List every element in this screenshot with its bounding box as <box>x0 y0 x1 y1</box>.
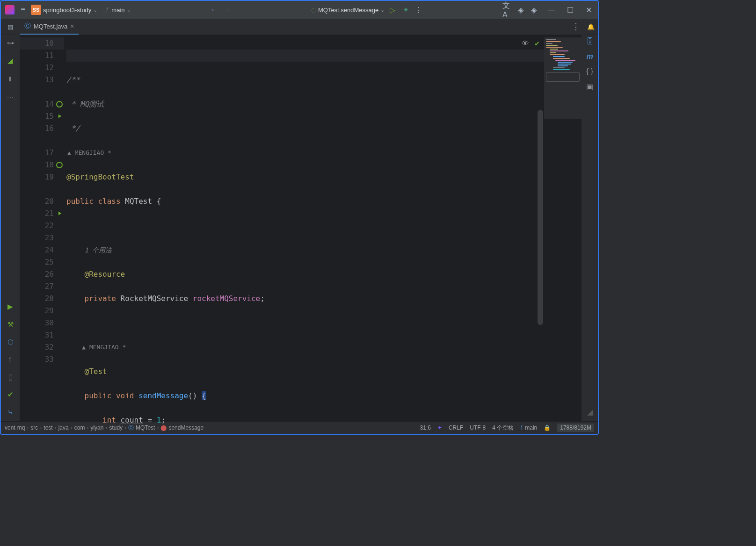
line-number: 30 <box>20 317 64 329</box>
branch-selector[interactable]: ᚶ main ⌄ <box>106 7 131 14</box>
line-number: 21 <box>20 208 64 220</box>
debug-button[interactable]: ⌖ <box>400 5 411 15</box>
line-number: 31 <box>20 329 64 341</box>
line-number: 13 <box>20 74 64 86</box>
line-number: 24 <box>20 244 64 256</box>
gutter: 10 11 12 13 14 15 16 17 18 19 20 21 22 2… <box>20 35 64 421</box>
line-number: 29 <box>20 305 64 317</box>
ai-tool-icon[interactable]: ▣ <box>586 82 593 91</box>
problems-icon[interactable]: ✔ <box>7 390 14 399</box>
chevron-down-icon: ⌄ <box>93 7 97 13</box>
line-number: 25 <box>20 256 64 268</box>
line-number: 28 <box>20 293 64 305</box>
line-number: 32 <box>20 341 64 353</box>
json-tool-icon[interactable]: { } <box>586 67 593 76</box>
line-number: 12 <box>20 62 64 74</box>
line-number: 17 <box>20 147 64 159</box>
tab-options-icon[interactable]: ⋮ <box>572 22 580 32</box>
code-editor[interactable]: 10 11 12 13 14 15 16 17 18 19 20 21 22 2… <box>20 35 582 421</box>
vertical-scrollbar[interactable] <box>538 110 543 325</box>
line-number: 10 <box>20 37 64 50</box>
nav-back-icon[interactable]: ← <box>209 5 219 15</box>
line-number: 27 <box>20 280 64 293</box>
line-number: 22 <box>20 220 64 232</box>
branch-icon: ᚶ <box>106 7 109 14</box>
app-logo-icon <box>5 5 15 15</box>
project-name: springboot3-study <box>43 7 91 14</box>
git-tool-icon[interactable]: ᚶ <box>8 356 13 364</box>
run-config-icon: ◌ <box>311 7 316 14</box>
tab-mqtest[interactable]: Ⓒ MQTest.java × <box>20 19 79 35</box>
build-tool-icon[interactable]: ⚒ <box>7 320 14 329</box>
inspection-ok-icon[interactable]: ✔ <box>535 39 539 48</box>
run-config-selector[interactable]: ◌ MQTest.sendMessage ⌄ <box>311 7 385 14</box>
commit-tool-icon[interactable]: ⊶ <box>7 39 14 47</box>
close-icon[interactable]: × <box>70 22 74 30</box>
line-number <box>20 183 64 195</box>
more-tool-icon[interactable]: … <box>7 92 14 100</box>
more-actions-icon[interactable]: ⋮ <box>414 5 424 15</box>
line-number: 16 <box>20 122 64 135</box>
left-toolbar: ⊶ ◢ ⫿ … ▶ ⚒ ⬡ ᚶ ⌷ ✔ ⤷ <box>1 35 20 421</box>
minimap[interactable] <box>544 37 582 119</box>
git-branch-icon[interactable]: ⤷ <box>7 408 14 417</box>
code-with-me-icon[interactable]: ◈ <box>516 5 526 15</box>
translate-icon[interactable]: 文A <box>502 5 513 15</box>
editor-inspections: 👁 ✔ <box>522 39 539 48</box>
line-number <box>20 135 64 147</box>
line-number: 20 <box>20 195 64 208</box>
chevron-down-icon: ⌄ <box>380 7 385 13</box>
structure-tool-icon[interactable]: ⫿ <box>8 74 12 82</box>
line-number: 18 <box>20 159 64 171</box>
notifications-icon[interactable]: 🔔 <box>584 23 598 30</box>
nav-forward-icon[interactable]: → <box>222 5 233 15</box>
editor-tabbar: ▤ Ⓒ MQTest.java × ⋮ 🔔 <box>1 19 598 35</box>
terminal-icon[interactable]: ⌷ <box>8 373 13 381</box>
run-config-label: MQTest.sendMessage <box>318 7 378 14</box>
main-area: ⊶ ◢ ⫿ … ▶ ⚒ ⬡ ᚶ ⌷ ✔ ⤷ 10 11 12 13 14 15 … <box>1 35 598 421</box>
maximize-button[interactable]: ☐ <box>565 5 575 15</box>
hamburger-icon[interactable]: ≡ <box>18 5 28 15</box>
branch-name: main <box>111 7 124 14</box>
line-number: 15 <box>20 110 64 122</box>
line-number: 23 <box>20 232 64 244</box>
jrebel-status-icon[interactable]: ◢ <box>587 408 593 417</box>
reader-mode-icon[interactable]: 👁 <box>522 39 529 48</box>
line-number: 11 <box>20 50 64 62</box>
project-badge-icon: SS <box>31 5 41 15</box>
chevron-down-icon: ⌄ <box>127 7 131 13</box>
minimize-button[interactable]: — <box>546 5 557 15</box>
search-icon[interactable]: ◈ <box>529 5 539 15</box>
right-toolbar: 🗄 m { } ▣ ◢ <box>582 35 598 421</box>
database-tool-icon[interactable]: 🗄 <box>586 37 594 46</box>
line-number: 19 <box>20 171 64 183</box>
line-number <box>20 86 64 98</box>
tab-filename: MQTest.java <box>34 23 67 30</box>
line-number: 33 <box>20 353 64 366</box>
line-number: 14 <box>20 98 64 110</box>
code-area[interactable]: /** * MQ测试 */ ▲ MENGJIAO * @SpringBootTe… <box>64 35 582 421</box>
run-tool-icon[interactable]: ▶ <box>7 302 13 311</box>
titlebar: ≡ SS springboot3-study ⌄ ᚶ main ⌄ ← → ◌ … <box>1 1 598 19</box>
run-button[interactable]: ▷ <box>387 5 398 15</box>
project-selector[interactable]: SS springboot3-study ⌄ <box>31 5 97 15</box>
project-tool-icon[interactable]: ▤ <box>1 19 20 35</box>
services-tool-icon[interactable]: ⬡ <box>7 338 14 346</box>
close-button[interactable]: ✕ <box>584 5 594 15</box>
jrebel-icon[interactable]: ◢ <box>7 57 13 65</box>
java-file-icon: Ⓒ <box>24 22 31 30</box>
line-number: 26 <box>20 268 64 280</box>
maven-tool-icon[interactable]: m <box>586 52 593 61</box>
